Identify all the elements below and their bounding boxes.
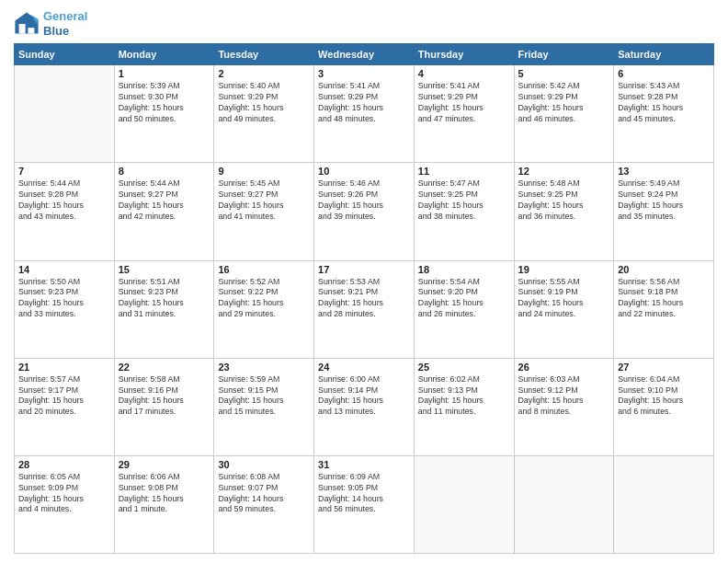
calendar-cell (614, 455, 714, 553)
day-number: 29 (119, 459, 210, 470)
svg-rect-2 (19, 24, 26, 34)
header-day-tuesday: Tuesday (214, 44, 314, 65)
calendar-cell: 1Sunrise: 5:39 AM Sunset: 9:30 PM Daylig… (114, 65, 214, 163)
day-info: Sunrise: 5:47 AM Sunset: 9:25 PM Dayligh… (418, 178, 510, 223)
day-number: 2 (218, 68, 310, 79)
logo-text: General Blue (43, 9, 87, 38)
day-number: 21 (18, 362, 110, 373)
day-number: 15 (119, 264, 210, 275)
day-number: 3 (318, 68, 410, 79)
calendar-cell: 18Sunrise: 5:54 AM Sunset: 9:20 PM Dayli… (414, 260, 514, 358)
day-number: 7 (18, 166, 110, 177)
day-info: Sunrise: 5:50 AM Sunset: 9:23 PM Dayligh… (18, 277, 110, 321)
calendar-cell: 15Sunrise: 5:51 AM Sunset: 9:23 PM Dayli… (114, 260, 214, 358)
header-day-thursday: Thursday (414, 44, 514, 65)
day-info: Sunrise: 5:51 AM Sunset: 9:23 PM Dayligh… (119, 277, 210, 321)
day-info: Sunrise: 5:59 AM Sunset: 9:15 PM Dayligh… (218, 374, 310, 419)
day-number: 9 (218, 166, 310, 177)
day-number: 8 (119, 166, 210, 177)
day-info: Sunrise: 5:58 AM Sunset: 9:16 PM Dayligh… (119, 374, 210, 419)
logo-line1: General (43, 9, 87, 24)
calendar-cell: 3Sunrise: 5:41 AM Sunset: 9:29 PM Daylig… (314, 65, 415, 163)
calendar-cell: 6Sunrise: 5:43 AM Sunset: 9:28 PM Daylig… (614, 65, 714, 163)
calendar-cell: 12Sunrise: 5:48 AM Sunset: 9:25 PM Dayli… (514, 163, 614, 260)
calendar-cell: 11Sunrise: 5:47 AM Sunset: 9:25 PM Dayli… (414, 163, 514, 260)
header: General Blue (14, 9, 714, 38)
calendar-cell: 22Sunrise: 5:58 AM Sunset: 9:16 PM Dayli… (114, 358, 214, 455)
calendar-cell: 24Sunrise: 6:00 AM Sunset: 9:14 PM Dayli… (314, 358, 415, 455)
day-number: 5 (518, 68, 610, 79)
calendar-cell: 25Sunrise: 6:02 AM Sunset: 9:13 PM Dayli… (414, 358, 514, 455)
calendar-cell: 21Sunrise: 5:57 AM Sunset: 9:17 PM Dayli… (15, 358, 115, 455)
logo-line2: Blue (43, 24, 87, 39)
day-number: 22 (119, 362, 210, 373)
calendar-cell (15, 65, 115, 163)
header-day-monday: Monday (114, 44, 214, 65)
week-row-4: 28Sunrise: 6:05 AM Sunset: 9:09 PM Dayli… (15, 455, 714, 553)
day-number: 16 (218, 264, 310, 275)
header-day-friday: Friday (514, 44, 614, 65)
day-info: Sunrise: 6:08 AM Sunset: 9:07 PM Dayligh… (218, 472, 310, 516)
calendar-cell (414, 455, 514, 553)
calendar-cell: 29Sunrise: 6:06 AM Sunset: 9:08 PM Dayli… (114, 455, 214, 553)
day-info: Sunrise: 6:09 AM Sunset: 9:05 PM Dayligh… (318, 472, 410, 516)
calendar-cell: 19Sunrise: 5:55 AM Sunset: 9:19 PM Dayli… (514, 260, 614, 358)
calendar-cell: 10Sunrise: 5:46 AM Sunset: 9:26 PM Dayli… (314, 163, 415, 260)
week-row-2: 14Sunrise: 5:50 AM Sunset: 9:23 PM Dayli… (15, 260, 714, 358)
calendar-cell: 30Sunrise: 6:08 AM Sunset: 9:07 PM Dayli… (214, 455, 314, 553)
week-row-3: 21Sunrise: 5:57 AM Sunset: 9:17 PM Dayli… (15, 358, 714, 455)
day-number: 19 (518, 264, 610, 275)
calendar-header-row: SundayMondayTuesdayWednesdayThursdayFrid… (15, 44, 714, 65)
calendar-cell: 9Sunrise: 5:45 AM Sunset: 9:27 PM Daylig… (214, 163, 314, 260)
day-info: Sunrise: 5:56 AM Sunset: 9:18 PM Dayligh… (618, 277, 710, 321)
day-number: 31 (318, 459, 410, 470)
calendar-cell: 2Sunrise: 5:40 AM Sunset: 9:29 PM Daylig… (214, 65, 314, 163)
day-info: Sunrise: 5:40 AM Sunset: 9:29 PM Dayligh… (218, 81, 310, 125)
day-number: 14 (18, 264, 110, 275)
week-row-0: 1Sunrise: 5:39 AM Sunset: 9:30 PM Daylig… (15, 65, 714, 163)
day-info: Sunrise: 6:06 AM Sunset: 9:08 PM Dayligh… (119, 472, 210, 516)
day-number: 28 (18, 459, 110, 470)
day-number: 18 (418, 264, 510, 275)
day-info: Sunrise: 5:48 AM Sunset: 9:25 PM Dayligh… (518, 178, 610, 223)
day-info: Sunrise: 5:41 AM Sunset: 9:29 PM Dayligh… (418, 81, 510, 125)
logo-icon (14, 11, 40, 37)
header-day-sunday: Sunday (15, 44, 115, 65)
day-number: 30 (218, 459, 310, 470)
svg-rect-3 (28, 28, 34, 33)
calendar-cell: 5Sunrise: 5:42 AM Sunset: 9:29 PM Daylig… (514, 65, 614, 163)
day-info: Sunrise: 5:42 AM Sunset: 9:29 PM Dayligh… (518, 81, 610, 125)
calendar-cell: 28Sunrise: 6:05 AM Sunset: 9:09 PM Dayli… (15, 455, 115, 553)
day-info: Sunrise: 5:43 AM Sunset: 9:28 PM Dayligh… (618, 81, 710, 125)
calendar-cell: 7Sunrise: 5:44 AM Sunset: 9:28 PM Daylig… (15, 163, 115, 260)
day-info: Sunrise: 6:04 AM Sunset: 9:10 PM Dayligh… (618, 374, 710, 419)
calendar-cell: 8Sunrise: 5:44 AM Sunset: 9:27 PM Daylig… (114, 163, 214, 260)
day-number: 11 (418, 166, 510, 177)
day-number: 20 (618, 264, 710, 275)
day-info: Sunrise: 6:03 AM Sunset: 9:12 PM Dayligh… (518, 374, 610, 419)
day-info: Sunrise: 5:45 AM Sunset: 9:27 PM Dayligh… (218, 178, 310, 223)
week-row-1: 7Sunrise: 5:44 AM Sunset: 9:28 PM Daylig… (15, 163, 714, 260)
day-info: Sunrise: 5:57 AM Sunset: 9:17 PM Dayligh… (18, 374, 110, 419)
day-number: 26 (518, 362, 610, 373)
day-info: Sunrise: 5:54 AM Sunset: 9:20 PM Dayligh… (418, 277, 510, 321)
day-number: 25 (418, 362, 510, 373)
calendar-cell: 23Sunrise: 5:59 AM Sunset: 9:15 PM Dayli… (214, 358, 314, 455)
calendar-cell (514, 455, 614, 553)
day-info: Sunrise: 6:02 AM Sunset: 9:13 PM Dayligh… (418, 374, 510, 419)
header-day-wednesday: Wednesday (314, 44, 415, 65)
day-info: Sunrise: 5:53 AM Sunset: 9:21 PM Dayligh… (318, 277, 410, 321)
day-number: 23 (218, 362, 310, 373)
logo: General Blue (14, 9, 87, 38)
day-info: Sunrise: 5:39 AM Sunset: 9:30 PM Dayligh… (119, 81, 210, 125)
day-info: Sunrise: 5:49 AM Sunset: 9:24 PM Dayligh… (618, 178, 710, 223)
day-number: 24 (318, 362, 410, 373)
day-info: Sunrise: 5:44 AM Sunset: 9:27 PM Dayligh… (119, 178, 210, 223)
header-day-saturday: Saturday (614, 44, 714, 65)
day-number: 4 (418, 68, 510, 79)
calendar-cell: 16Sunrise: 5:52 AM Sunset: 9:22 PM Dayli… (214, 260, 314, 358)
day-number: 27 (618, 362, 710, 373)
day-info: Sunrise: 6:05 AM Sunset: 9:09 PM Dayligh… (18, 472, 110, 516)
svg-marker-0 (15, 12, 38, 33)
calendar-cell: 4Sunrise: 5:41 AM Sunset: 9:29 PM Daylig… (414, 65, 514, 163)
